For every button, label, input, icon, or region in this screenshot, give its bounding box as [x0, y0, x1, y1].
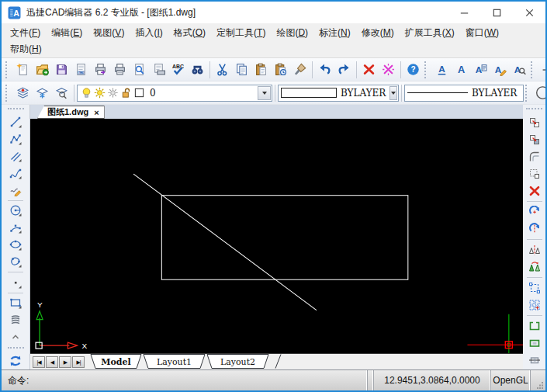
- close-button[interactable]: [513, 2, 545, 23]
- sketch-button[interactable]: [7, 182, 25, 199]
- ellipse-button[interactable]: [7, 236, 25, 253]
- text-find-icon: A: [513, 63, 526, 76]
- text-panel-button[interactable]: A: [471, 60, 490, 79]
- mirror-button[interactable]: [525, 241, 543, 258]
- layer-find-button[interactable]: [52, 83, 71, 102]
- prev-sheet-button[interactable]: ◀: [46, 356, 58, 368]
- undo-button[interactable]: [315, 60, 334, 79]
- layer-dropdown-arrow-icon[interactable]: [258, 86, 271, 100]
- delete-button[interactable]: [359, 60, 379, 79]
- menu-W[interactable]: 窗口(W): [460, 25, 504, 41]
- print-button[interactable]: [110, 60, 130, 79]
- offset-button[interactable]: [525, 148, 543, 165]
- sheet-tab-layout1[interactable]: Layout1: [144, 355, 205, 369]
- new-file-button[interactable]: [13, 60, 33, 79]
- last-sheet-button[interactable]: ▶|: [72, 356, 85, 368]
- redo-button[interactable]: [334, 60, 354, 79]
- purge-button[interactable]: [379, 60, 398, 79]
- color-select[interactable]: BYLAYER: [278, 85, 399, 102]
- double-line-button[interactable]: [7, 147, 25, 165]
- window-controls: [448, 2, 545, 23]
- sheet-tab-layout2[interactable]: Layout2: [207, 355, 268, 369]
- break-button[interactable]: [525, 317, 543, 335]
- polyline-button[interactable]: [7, 130, 25, 147]
- array-grid-button[interactable]: [525, 297, 543, 314]
- help-button[interactable]: ?: [403, 60, 423, 79]
- menu-V[interactable]: 视图(V): [88, 25, 130, 41]
- spell-check-button[interactable]: ABC: [168, 60, 188, 79]
- minimize-button[interactable]: [448, 2, 480, 23]
- menu-N[interactable]: 标注(N): [313, 25, 356, 41]
- copy-nested-button[interactable]: [525, 131, 543, 148]
- maximize-button[interactable]: [480, 2, 513, 23]
- layer-select[interactable]: 0: [77, 85, 272, 102]
- circle-icon: [9, 204, 22, 217]
- text-find-button[interactable]: A: [510, 60, 529, 79]
- toolbar-handle: [8, 108, 24, 111]
- rotate-ref-button[interactable]: [525, 220, 543, 238]
- print-export-button[interactable]: [91, 60, 110, 79]
- color-dropdown-arrow-icon[interactable]: [389, 86, 397, 100]
- toolbar-handle: [8, 347, 24, 350]
- linetype-select[interactable]: BYLAYER: [404, 85, 524, 102]
- format-painter-button[interactable]: [290, 60, 310, 79]
- rotate-button[interactable]: [525, 203, 543, 220]
- command-prompt[interactable]: 命令:: [2, 370, 368, 390]
- circle-button[interactable]: [7, 202, 25, 219]
- arc-button[interactable]: [7, 219, 25, 236]
- cloud-button[interactable]: [7, 253, 25, 270]
- first-sheet-button[interactable]: |◀: [33, 356, 45, 368]
- line-button[interactable]: [7, 113, 25, 130]
- menu-X[interactable]: 扩展工具(X): [400, 25, 460, 41]
- hatch-stack-button[interactable]: [7, 311, 25, 328]
- stretch-button[interactable]: [525, 279, 543, 297]
- menu-H[interactable]: 帮助(H): [5, 41, 47, 57]
- paste-button[interactable]: [251, 60, 271, 79]
- copy-button[interactable]: [232, 60, 251, 79]
- svg-text:A: A: [458, 64, 465, 75]
- explode-button[interactable]: [525, 335, 543, 352]
- layer-new-button[interactable]: [33, 83, 52, 102]
- next-sheet-button[interactable]: ▶: [59, 356, 71, 368]
- arc-c-icon: [536, 86, 547, 99]
- export-acis-button[interactable]: ACIS: [71, 60, 91, 79]
- text-a-button[interactable]: A: [452, 60, 471, 79]
- line-grip-button[interactable]: [538, 60, 547, 79]
- rectangle-button[interactable]: [7, 294, 25, 311]
- drawing-canvas[interactable]: Y X: [30, 119, 523, 353]
- layers-button[interactable]: [13, 83, 33, 102]
- copy-object-button[interactable]: [525, 114, 543, 131]
- arc-c-button[interactable]: [533, 83, 547, 102]
- document-tab-bar: 图纸1.dwg ×: [30, 105, 523, 119]
- erase-button[interactable]: [525, 182, 543, 199]
- paste-special-button[interactable]: [271, 60, 290, 79]
- text-edit-button[interactable]: A: [490, 60, 510, 79]
- chevron-up-button[interactable]: [7, 328, 25, 345]
- open-file-button[interactable]: [33, 60, 52, 79]
- document-tab[interactable]: 图纸1.dwg ×: [37, 106, 105, 119]
- array-rect-button[interactable]: [525, 165, 543, 182]
- point-button[interactable]: [7, 274, 25, 291]
- save-file-button[interactable]: [52, 60, 71, 79]
- menu-T[interactable]: 定制工具(T): [211, 25, 271, 41]
- menu-E[interactable]: 编辑(E): [46, 25, 88, 41]
- menu-D[interactable]: 绘图(D): [271, 25, 313, 41]
- cut-button[interactable]: [213, 60, 232, 79]
- resize-grip[interactable]: [531, 370, 545, 390]
- cad-line-entity[interactable]: [133, 174, 317, 310]
- mirror-green-button[interactable]: [525, 258, 543, 276]
- print-preview-button[interactable]: [130, 60, 149, 79]
- menu-M[interactable]: 修改(M): [356, 25, 400, 41]
- menu-I[interactable]: 插入(I): [130, 25, 168, 41]
- cad-rectangle-entity[interactable]: [161, 196, 408, 280]
- find-button[interactable]: [188, 60, 207, 79]
- menu-F[interactable]: 文件(F): [5, 25, 46, 41]
- trim-button[interactable]: [525, 352, 543, 369]
- page-setup-button[interactable]: [149, 60, 168, 79]
- close-tab-icon[interactable]: ×: [94, 108, 99, 117]
- sheet-tab-model[interactable]: Model: [91, 355, 141, 369]
- text-underline-button[interactable]: A: [432, 60, 452, 79]
- spline-button[interactable]: [7, 165, 25, 182]
- swap-arrows-button[interactable]: [7, 352, 25, 369]
- menu-O[interactable]: 格式(O): [168, 25, 211, 41]
